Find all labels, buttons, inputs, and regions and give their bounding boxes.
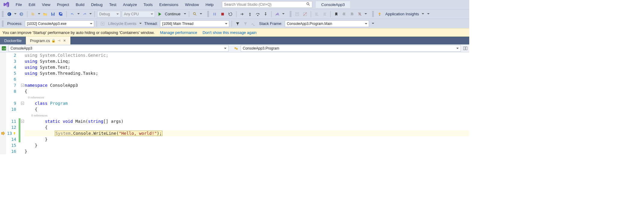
play-icon <box>159 12 163 16</box>
lightbulb-icon[interactable] <box>13 132 16 135</box>
step-into-button[interactable] <box>247 11 253 17</box>
separator <box>232 21 232 27</box>
svg-rect-7 <box>52 12 54 14</box>
comment-out-button[interactable] <box>294 11 300 17</box>
fold-toggle[interactable]: − <box>21 102 24 105</box>
new-project-dropdown[interactable] <box>38 11 41 17</box>
clear-bookmarks-button[interactable] <box>356 11 363 17</box>
toolbar-overflow[interactable] <box>371 20 374 27</box>
menu-tools[interactable]: Tools <box>140 1 156 8</box>
tab-program-cs[interactable]: Program.cs 🔒 ⊣ ✕ <box>26 37 70 44</box>
pin-icon[interactable]: ⊣ <box>57 39 61 42</box>
separator <box>189 11 189 17</box>
split-editor-button[interactable] <box>462 45 469 52</box>
toolbar-overflow[interactable] <box>427 11 430 17</box>
breakpoint-gutter[interactable] <box>0 52 6 154</box>
intellitrace-button[interactable] <box>274 11 281 17</box>
type-dropdown[interactable]: ConsoleApp3.Program <box>241 45 461 52</box>
redo-dropdown[interactable] <box>89 11 92 17</box>
continue-button[interactable]: Continue <box>156 11 182 17</box>
search-input[interactable] <box>222 1 312 8</box>
toolbar-grip[interactable] <box>2 11 4 17</box>
menu-test[interactable]: Test <box>106 1 119 8</box>
threads-flag-button[interactable] <box>242 20 249 27</box>
svg-line-1 <box>309 5 310 6</box>
solution-config-dropdown[interactable]: Debug <box>97 11 121 17</box>
menu-edit[interactable]: Edit <box>26 1 38 8</box>
lifecycle-dropdown[interactable] <box>139 20 142 27</box>
menu-project[interactable]: Project <box>54 1 72 8</box>
find-dropdown[interactable] <box>199 11 202 17</box>
menu-file[interactable]: File <box>13 1 25 8</box>
current-line: System.Console.WriteLine("Hello, world!"… <box>25 130 469 136</box>
svg-rect-32 <box>379 15 380 16</box>
undo-dropdown[interactable] <box>77 11 80 17</box>
svg-text:C#: C# <box>3 47 6 50</box>
csharp-icon: C# <box>1 45 7 52</box>
intellitrace-dropdown[interactable] <box>282 11 285 17</box>
save-all-button[interactable] <box>57 11 64 17</box>
codelens-references[interactable]: 0 references <box>28 95 44 99</box>
toolbar-grip[interactable] <box>207 11 209 17</box>
nav-forward-button[interactable] <box>18 11 25 17</box>
menu-window[interactable]: Window <box>182 1 202 8</box>
toolbar-grip[interactable] <box>290 11 291 17</box>
nav-back-dropdown[interactable] <box>14 11 17 17</box>
menu-debug[interactable]: Debug <box>88 1 106 8</box>
svg-rect-16 <box>221 13 224 15</box>
type-dropdown-label: ConsoleApp3.Program <box>243 46 279 50</box>
show-threads-button[interactable] <box>250 20 257 27</box>
close-icon[interactable]: ✕ <box>63 39 66 42</box>
fold-toggle[interactable]: − <box>21 120 24 123</box>
tab-dockerfile[interactable]: Dockerfile <box>0 37 26 44</box>
separator <box>94 11 95 17</box>
manage-performance-link[interactable]: Manage performance <box>160 30 197 35</box>
stackframe-dropdown[interactable]: ConsoleApp3.Program.Main <box>285 20 369 27</box>
process-dropdown[interactable]: [1032] ConsoleApp3.exe <box>25 20 94 27</box>
redo-button[interactable] <box>81 11 88 17</box>
dismiss-infobar-link[interactable]: Don't show this message again <box>202 30 257 35</box>
menu-analyze[interactable]: Analyze <box>120 1 140 8</box>
lifecycle-label[interactable]: Lifecycle Events <box>107 21 138 26</box>
code-content[interactable]: using System.Collections.Generic; using … <box>25 52 469 154</box>
find-in-files-button[interactable] <box>192 11 198 17</box>
undo-button[interactable] <box>69 11 76 17</box>
svg-point-34 <box>102 23 103 24</box>
format-selection-button[interactable] <box>321 11 328 17</box>
codelens-references[interactable]: 0 references <box>31 114 47 117</box>
menu-extensions[interactable]: Extensions <box>156 1 181 8</box>
menu-view[interactable]: View <box>39 1 53 8</box>
new-project-button[interactable] <box>30 11 36 17</box>
toolbar-grip[interactable] <box>372 11 374 17</box>
menu-help[interactable]: Help <box>202 1 217 8</box>
thread-dropdown[interactable]: [1056] Main Thread <box>160 20 229 27</box>
threads-filter-button[interactable] <box>234 20 241 27</box>
toolbar-grip[interactable] <box>2 21 4 27</box>
menu-build[interactable]: Build <box>73 1 88 8</box>
stop-debug-button[interactable] <box>219 11 226 17</box>
toolbar-overflow[interactable] <box>364 11 367 17</box>
restart-button[interactable] <box>227 11 234 17</box>
format-button[interactable] <box>313 11 320 17</box>
project-dropdown[interactable]: ConsoleApp3 <box>8 45 229 52</box>
break-all-button[interactable] <box>211 11 218 17</box>
code-editor[interactable]: 2 3 4 5 6 7 8 9 10 11 12 13 14 15 16 − −… <box>0 52 469 154</box>
show-next-statement-button[interactable] <box>239 11 245 17</box>
solution-platform-dropdown[interactable]: Any CPU <box>122 11 155 17</box>
bookmark-button[interactable] <box>333 11 340 17</box>
save-button[interactable] <box>50 11 56 17</box>
uncomment-button[interactable] <box>302 11 308 17</box>
open-file-button[interactable] <box>42 11 48 17</box>
step-out-button[interactable] <box>262 11 269 17</box>
continue-dropdown[interactable] <box>183 11 186 17</box>
fold-toggle[interactable]: − <box>21 84 24 87</box>
insights-label[interactable]: Application Insights <box>384 12 420 16</box>
tab-label: Dockerfile <box>4 38 22 43</box>
nav-back-button[interactable] <box>6 11 13 17</box>
lifecycle-icon <box>99 20 106 27</box>
insights-dropdown[interactable] <box>421 11 424 17</box>
prev-bookmark-button[interactable] <box>341 11 347 17</box>
step-over-button[interactable] <box>254 11 261 17</box>
outlining-gutter[interactable]: − − − <box>20 52 25 154</box>
next-bookmark-button[interactable] <box>349 11 355 17</box>
